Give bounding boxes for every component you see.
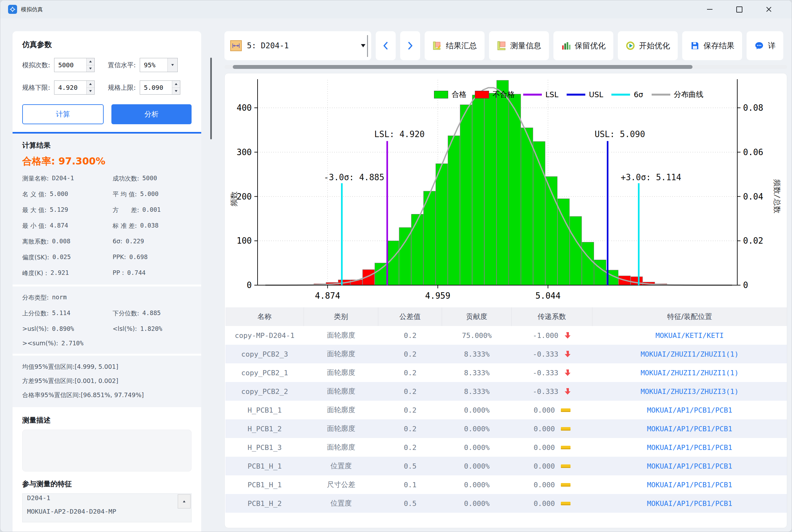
stat-label: 测量名称:: [22, 174, 49, 183]
confidence-section: 均值95%置信区间:[4.999, 5.001]方差95%置信区间:[0.001…: [13, 356, 201, 409]
panel-title: 仿真参数: [22, 40, 192, 50]
y-tick-label-right: 0.08: [743, 103, 763, 113]
measurement-info-label: 测量信息: [510, 41, 541, 51]
legend-item: 合格: [434, 90, 467, 99]
cell-location-link[interactable]: MOKUAI/ZHUZI1/ZHUZI1(1): [592, 363, 787, 382]
stat-value: 0.025: [53, 253, 71, 262]
spinner-up-button[interactable]: [87, 58, 94, 65]
details-button[interactable]: 详: [747, 31, 783, 60]
table-row[interactable]: PCB1_H_1位置度0.50.000%0.000MOKUAI/AP1/PCB1…: [225, 457, 787, 475]
table-row[interactable]: copy-MP-D204-1面轮廓度0.275.000%-1.000MOKUAI…: [225, 326, 787, 345]
param-spinner[interactable]: 4.920: [54, 80, 95, 95]
y-tick-label-left: 0: [247, 280, 252, 290]
stat-label: 下分位数:: [113, 309, 139, 318]
horizontal-scrollbar: [224, 65, 787, 69]
spinner-up-button[interactable]: [172, 81, 180, 88]
-3sigma-label: -3.0σ: 4.885: [324, 172, 384, 182]
maximize-button[interactable]: [734, 4, 745, 15]
spinner-down-button[interactable]: [87, 65, 94, 72]
feature-list-item[interactable]: D204-1: [22, 493, 191, 505]
stat-item: 成功次数:5000: [113, 174, 192, 183]
trend-down-icon: [564, 350, 571, 358]
feature-list-item[interactable]: MOKUAI-AP2-D204-D204-MP: [22, 505, 191, 518]
coefficient-value: -0.333: [533, 387, 558, 396]
trend-flat-icon: [561, 502, 570, 505]
param-select[interactable]: 95%: [140, 58, 178, 72]
cell-location-link[interactable]: MOKUAI/AP1/PCB1/PCB1: [592, 475, 787, 494]
coefficient-value: -1.000: [533, 331, 558, 340]
table-row[interactable]: copy_PCB2_2面轮廓度0.28.333%-0.333MOKUAI/ZHU…: [225, 382, 787, 401]
select-edge-decoration: [367, 35, 368, 57]
cell-location-link[interactable]: MOKUAI/KETI/KETI: [592, 326, 787, 345]
table-row[interactable]: PCB1_H_1尺寸公差0.10.000%0.000MOKUAI/AP1/PCB…: [225, 475, 787, 494]
sidebar-scrollbar-thumb[interactable]: [210, 58, 212, 139]
table-row[interactable]: H_PCB1_1面轮廓度0.20.000%0.000MOKUAI/AP1/PCB…: [225, 401, 787, 419]
stat-value: 5.000: [140, 190, 158, 198]
next-measurement-button[interactable]: [400, 31, 420, 60]
legend-item: USL: [567, 91, 603, 99]
stat-empty: [113, 340, 192, 347]
table-body: copy-MP-D204-1面轮廓度0.275.000%-1.000MOKUAI…: [225, 326, 787, 513]
histogram-bar: [460, 104, 472, 285]
histogram-bar: [485, 93, 496, 285]
cell-location-link[interactable]: MOKUAI/AP1/PCB1/PCB1: [592, 457, 787, 475]
y-tick-label-right: 0.02: [743, 236, 763, 246]
close-button[interactable]: [763, 4, 774, 15]
stat-value: D204-1: [52, 174, 74, 183]
x-tick-label: 4.874: [315, 291, 340, 301]
stat-label: PP :: [113, 269, 124, 278]
cell-location-link[interactable]: MOKUAI/AP1/PCB1/PCB1: [592, 419, 787, 438]
cell-contribution: 0.000%: [442, 494, 512, 513]
param-2: 规格下限:4.920: [22, 80, 106, 95]
spinner-down-button[interactable]: [87, 88, 94, 95]
table-row[interactable]: H_PCB1_2面轮廓度0.20.000%0.000MOKUAI/AP1/PCB…: [225, 419, 787, 438]
start-optimization-button[interactable]: 开始优化: [618, 31, 678, 60]
table-row[interactable]: copy_PCB2_1面轮廓度0.28.333%-0.333MOKUAI/ZHU…: [225, 363, 787, 382]
stat-empty: [113, 293, 192, 302]
results-summary-button[interactable]: 结果汇总: [425, 31, 485, 60]
description-box[interactable]: [22, 430, 192, 472]
stat-item: ><sum(%):2.710%: [22, 340, 111, 347]
pass-rate-value: 97.300%: [58, 155, 105, 167]
coefficient-value: 0.000: [533, 481, 555, 489]
cell-location-link[interactable]: MOKUAI/AP1/PCB1/PCB1: [592, 438, 787, 457]
calculate-button[interactable]: 计算: [22, 104, 104, 124]
param-spinner[interactable]: 5.090: [140, 80, 180, 95]
cell-location-link[interactable]: MOKUAI/ZHUZI1/ZHUZI1(1): [592, 345, 787, 363]
features-scroll-up-button[interactable]: [178, 494, 191, 509]
minimize-button[interactable]: [704, 4, 715, 15]
cell-coefficient: 0.000: [512, 419, 592, 438]
table-row[interactable]: copy_PCB2_3面轮廓度0.28.333%-0.333MOKUAI/ZHU…: [225, 345, 787, 363]
keep-optimization-button[interactable]: 保留优化: [553, 31, 613, 60]
legend-item: 不合格: [475, 90, 515, 99]
histogram-bar: [412, 214, 423, 285]
prev-measurement-button[interactable]: [376, 31, 396, 60]
select-drop-button[interactable]: [167, 58, 177, 72]
cell-tolerance: 0.5: [378, 494, 442, 513]
cell-category: 面轮廓度: [304, 345, 378, 363]
table-row[interactable]: PCB1_H_2位置度0.50.000%0.000MOKUAI/AP1/PCB1…: [225, 494, 787, 513]
app-icon: [8, 5, 17, 14]
cell-contribution: 75.000%: [442, 326, 512, 345]
param-value: 95%: [140, 58, 167, 72]
table-column-header: 公差值: [378, 307, 442, 326]
save-results-label: 保存结果: [703, 41, 734, 51]
param-value: 5000: [54, 58, 86, 72]
save-results-button[interactable]: 保存结果: [682, 31, 742, 60]
minimize-icon: [707, 9, 713, 10]
cell-location-link[interactable]: MOKUAI/AP1/PCB1/PCB1: [592, 401, 787, 419]
param-spinner[interactable]: 5000: [54, 58, 95, 72]
cell-name: PCB1_H_1: [225, 457, 304, 475]
spinner-down-button[interactable]: [172, 88, 180, 95]
measurement-select[interactable]: 5: D204-1: [224, 31, 371, 60]
measurement-info-button[interactable]: 测量信息: [489, 31, 549, 60]
cell-location-link[interactable]: MOKUAI/AP1/PCB1/PCB1: [592, 494, 787, 513]
horizontal-scrollbar-thumb[interactable]: [233, 65, 693, 69]
spinner-up-button[interactable]: [87, 81, 94, 88]
table-row[interactable]: H_PCB1_3面轮廓度0.20.000%0.000MOKUAI/AP1/PCB…: [225, 438, 787, 457]
legend-item: 分布曲线: [652, 90, 703, 99]
trend-down-icon: [564, 387, 571, 395]
cell-location-link[interactable]: MOKUAI/ZHUZI3/ZHUZI3(1): [592, 382, 787, 401]
analyze-button[interactable]: 分析: [111, 104, 192, 124]
cell-coefficient: -0.333: [512, 382, 592, 401]
